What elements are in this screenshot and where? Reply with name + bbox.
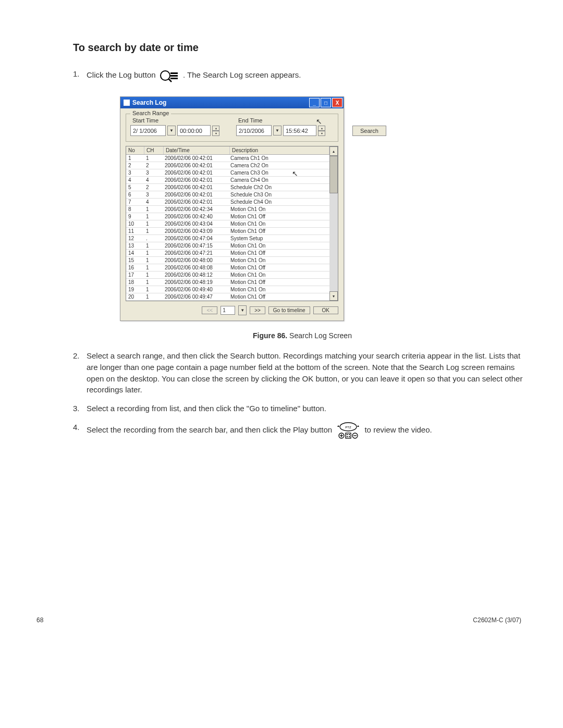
table-row[interactable]: 2112006/02/06 00:49:48Motion Ch1 On (126, 301, 329, 301)
search-range-fieldset: Search Range ↖ Start Time 2/ 1/2006 ▼ 00… (126, 114, 338, 142)
step-2: 2.Select a search range, and then click … (73, 350, 532, 396)
section-heading: To search by date or time (73, 42, 532, 54)
table-row[interactable]: 222006/02/06 00:42:01Camera Ch2 On (126, 162, 329, 169)
maximize-button[interactable]: □ (321, 98, 331, 107)
table-row[interactable]: 1712006/02/06 00:48:12Motion Ch1 On (126, 272, 329, 279)
page-number: 68 (36, 616, 43, 624)
svg-rect-4 (170, 78, 178, 79)
start-time-down[interactable]: ▾ (212, 131, 219, 136)
scroll-thumb[interactable] (329, 156, 338, 193)
search-log-window: Search Log _ □ X Search Range ↖ Start Ti… (120, 96, 344, 321)
table-row[interactable]: 1012006/02/06 00:43:04Motion Ch1 On (126, 220, 329, 228)
ptz-play-icon: PTZ (336, 422, 360, 439)
table-row[interactable]: 812006/02/06 00:42:34Motion Ch1 On (126, 206, 329, 213)
minimize-button[interactable]: _ (309, 98, 320, 107)
end-time-up[interactable]: ▴ (318, 126, 325, 131)
search-button[interactable]: Search (352, 126, 386, 136)
table-row[interactable]: 332006/02/06 00:42:01Camera Ch3 On (126, 169, 329, 177)
svg-marker-8 (357, 425, 359, 427)
end-date-input[interactable]: 2/10/2006 (236, 125, 272, 136)
cursor-icon: ↖ (316, 117, 322, 126)
page-number-input[interactable]: 1 (221, 306, 235, 315)
table-row[interactable]: 442006/02/06 00:42:01Camera Ch4 On (126, 177, 329, 184)
table-header: No CH Date/Time Description (126, 146, 329, 155)
app-icon (124, 100, 130, 106)
window-title: Search Log (132, 99, 166, 106)
svg-rect-2 (170, 72, 178, 74)
step-4: 4. Select the recording from the search … (73, 422, 532, 439)
end-time-down[interactable]: ▾ (318, 131, 325, 136)
figure-caption: Figure 86. Search Log Screen (73, 331, 532, 340)
svg-rect-12 (346, 433, 351, 438)
svg-rect-13 (347, 434, 348, 435)
start-date-dropdown[interactable]: ▼ (167, 126, 176, 135)
table-row[interactable]: 742006/02/06 00:42:01Schedule Ch4 On (126, 199, 329, 206)
step-3: 3.Select a recording from list, and then… (73, 403, 532, 414)
table-row[interactable]: 1112006/02/06 00:43:09Motion Ch1 Off (126, 228, 329, 235)
table-row[interactable]: 12.2006/02/06 00:47:04System Setup (126, 235, 329, 242)
table-row[interactable]: 1312006/02/06 00:47:15Motion Ch1 On (126, 242, 329, 250)
step-1: 1. Click the Log button . The Search Log… (73, 68, 532, 83)
table-row[interactable]: 1612006/02/06 00:48:08Motion Ch1 Off (126, 264, 329, 272)
titlebar: Search Log _ □ X (120, 97, 344, 108)
svg-text:PTZ: PTZ (346, 426, 352, 429)
prev-page-button[interactable]: << (202, 306, 217, 314)
table-row[interactable]: 632006/02/06 00:42:01Schedule Ch3 On (126, 191, 329, 199)
table-row[interactable]: 522006/02/06 00:42:01Schedule Ch2 On (126, 184, 329, 191)
scroll-down-button[interactable]: ▾ (329, 291, 338, 301)
start-time-input[interactable]: 00:00:00 (177, 125, 211, 136)
table-row[interactable]: 912006/02/06 00:42:40Motion Ch1 Off (126, 213, 329, 220)
close-button[interactable]: X (332, 98, 342, 107)
table-row[interactable]: 112006/02/06 00:42:01Camera Ch1 On (126, 155, 329, 162)
table-row[interactable]: 1812006/02/06 00:48:19Motion Ch1 Off (126, 279, 329, 286)
svg-rect-16 (349, 436, 350, 437)
end-time-input[interactable]: 15:56:42 (283, 125, 316, 136)
cursor-icon: ↖ (292, 169, 298, 178)
doc-id: C2602M-C (3/07) (473, 616, 521, 624)
svg-rect-15 (347, 436, 348, 437)
end-date-dropdown[interactable]: ▼ (273, 126, 282, 135)
log-icon (159, 68, 180, 83)
next-page-button[interactable]: >> (250, 306, 265, 314)
table-row[interactable]: 1412006/02/06 00:47:21Motion Ch1 Off (126, 250, 329, 257)
start-time-up[interactable]: ▴ (212, 126, 219, 131)
goto-timeline-button[interactable]: Go to timeline (268, 306, 310, 314)
start-date-input[interactable]: 2/ 1/2006 (130, 125, 166, 136)
table-row[interactable]: 2012006/02/06 00:49:47Motion Ch1 Off (126, 293, 329, 301)
table-row[interactable]: 1512006/02/06 00:48:00Motion Ch1 On (126, 257, 329, 264)
svg-rect-14 (349, 434, 350, 435)
svg-rect-3 (170, 75, 178, 77)
svg-marker-7 (337, 425, 339, 427)
page-dropdown[interactable]: ▼ (238, 305, 247, 315)
ok-button[interactable]: OK (313, 306, 338, 314)
scrollbar[interactable]: ▴ ▾ (329, 146, 338, 301)
table-row[interactable]: 1912006/02/06 00:49:40Motion Ch1 On (126, 286, 329, 293)
start-time-label: Start Time (132, 117, 219, 124)
scroll-up-button[interactable]: ▴ (329, 146, 338, 156)
results-table: ↖ No CH Date/Time Description 112006/02/… (126, 146, 338, 301)
end-time-label: End Time (238, 117, 325, 124)
